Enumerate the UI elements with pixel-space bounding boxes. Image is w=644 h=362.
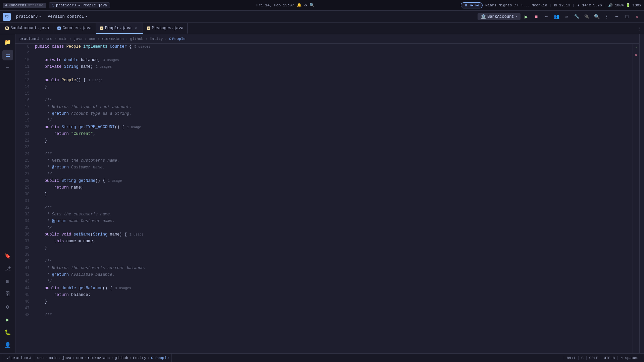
tab-messages[interactable]: C Messages.java [143, 23, 188, 34]
status-git[interactable]: ⎇ praticarJ [3, 354, 34, 362]
breadcrumb-com: com [89, 37, 95, 41]
linenum-30: 30 [18, 191, 30, 198]
next-icon[interactable]: ⏭ [476, 4, 479, 7]
maximize-btn[interactable]: □ [623, 12, 631, 21]
linenum-24: 24 [18, 151, 30, 158]
volume-icon: 🔊 [608, 3, 613, 7]
users-icon[interactable]: 👥 [552, 12, 561, 21]
tab-people[interactable]: C People.java ✕ [96, 23, 143, 34]
code-line-8: public class People implements Counter {… [35, 44, 630, 50]
sidebar-icon-structure[interactable]: ☰ [2, 50, 13, 60]
code-line-16: /** [35, 97, 630, 104]
git-icon: ⎇ [6, 356, 10, 360]
tab-close-people[interactable]: ✕ [133, 25, 139, 31]
statusbar: ⎇ praticarJ src › main › java › com › ri… [0, 353, 644, 362]
linenum-23: 23 [18, 144, 30, 151]
status-src: src [37, 356, 44, 360]
sidebar-icon-project[interactable]: 📁 [2, 37, 13, 48]
menu-right: 🏦 BankAccount ▾ ▶ ■ ⋯ 👥 ⇄ 🔧 🔌 🔍 ⋮ ─ □ ✕ [478, 12, 641, 21]
menu-dots-icon[interactable]: ⋮ [602, 12, 611, 21]
prev-icon[interactable]: ⏮ [470, 4, 474, 7]
sidebar-icon-database[interactable]: 🗄 [2, 289, 13, 300]
linenum-14: 14 [18, 84, 30, 91]
run-button[interactable]: ▶ [522, 12, 531, 21]
code-line-30: } [35, 191, 630, 198]
translate-icon[interactable]: ⇄ [562, 12, 571, 21]
linenum-40: 40 [18, 258, 30, 265]
sidebar-icon-run[interactable]: ▶ [2, 314, 13, 325]
search-icon[interactable]: 🔍 [309, 3, 314, 8]
temp-icon: 🌡 [577, 3, 580, 7]
sidebar-icon-terminal[interactable]: ⊞ [2, 276, 13, 287]
code-lines: public class People implements Counter {… [32, 44, 633, 353]
indent-label: 4 spaces [621, 356, 638, 360]
code-line-22: } [35, 138, 630, 144]
ram-label: 12.1% [559, 3, 570, 7]
status-encoding[interactable]: UTF-8 [601, 356, 618, 360]
code-line-38: } [35, 245, 630, 252]
linenum-22: 22 [18, 138, 30, 144]
linenum-15: 15 [18, 91, 30, 97]
code-line-31 [35, 198, 630, 205]
bell-icon[interactable]: 🔔 [297, 3, 302, 8]
tab-label-bankaccount: BankAccount.java [10, 26, 49, 31]
code-line-37: this.name = name; [35, 238, 630, 245]
more-menu-btn[interactable]: ⋯ [542, 12, 551, 21]
code-line-47 [35, 305, 630, 312]
tab-bankaccount[interactable]: C BankAccount.java [1, 23, 53, 34]
tab-more-btn[interactable]: ⋮ [634, 23, 644, 34]
git-status-icon: G [581, 356, 584, 360]
stop-button[interactable]: ■ [532, 12, 541, 21]
breadcrumb-github: github [130, 37, 144, 41]
music-pill[interactable]: ⏸ ⏮ ⏭ [461, 2, 483, 8]
status-github: github [115, 356, 128, 360]
project-label: praticarJ [16, 14, 38, 19]
battery-icon: 🔋 [626, 3, 631, 7]
komorebi-badge[interactable]: Komorebi Offline [3, 3, 46, 8]
sidebar-icon-bookmarks[interactable]: 🔖 [2, 251, 13, 261]
code-line-20: public String getTYPE_ACCOUNT() {1 usage [35, 124, 630, 131]
linenum-9: 9 [18, 50, 30, 57]
linenum-39: 39 [18, 252, 30, 258]
breadcrumb-java: java [73, 37, 82, 41]
linenum-28: 28 [18, 178, 30, 185]
status-line-ending[interactable]: CRLF [587, 356, 601, 360]
volume-label: 100% [615, 3, 624, 7]
linenum-10: 10 [18, 57, 30, 64]
sidebar-icon-dots[interactable]: ⋯ [2, 62, 13, 73]
sidebar-icon-debug[interactable]: 🐛 [2, 327, 13, 338]
code-line-29: return name; [35, 185, 630, 191]
sidebar-icon-settings[interactable]: ⚙ [2, 302, 13, 312]
line-ending-label: CRLF [589, 356, 598, 360]
right-panel [639, 34, 644, 353]
project-dropdown-btn[interactable]: 🏦 BankAccount ▾ [478, 13, 521, 20]
status-git-label[interactable]: G [579, 356, 587, 360]
linenum-32: 32 [18, 205, 30, 211]
tab-counter[interactable]: I Counter.java [53, 23, 96, 34]
tools-icon[interactable]: 🔧 [572, 12, 581, 21]
linenum-17: 17 [18, 104, 30, 111]
search-icon-2[interactable]: 🔍 [592, 12, 601, 21]
code-editor[interactable]: 8 9 10 11 12 13 14 15 16 17 18 19 20 21 … [15, 44, 639, 353]
komorebi-label: Komorebi [9, 3, 27, 7]
minimize-btn[interactable]: ─ [612, 12, 621, 21]
status-position[interactable]: 89:1 [564, 356, 579, 360]
plugin-icon[interactable]: 🔌 [582, 12, 591, 21]
monitor-icon: 🖥 [553, 3, 557, 7]
settings-icon[interactable]: ⚙ [304, 3, 307, 8]
status-icons: Miami Nights // T... NeonKid | 🖥 12.1% |… [485, 3, 641, 7]
linenum-16: 16 [18, 97, 30, 104]
tab-label-messages: Messages.java [152, 26, 184, 31]
project-menu[interactable]: praticarJ ▾ [13, 13, 44, 20]
gutter-check-green: ✓ [634, 45, 639, 50]
linenum-37: 37 [18, 238, 30, 245]
sidebar-icon-git[interactable]: ⎇ [2, 263, 13, 274]
code-container: praticarJ › src › main › java › com › ri… [15, 34, 639, 353]
status-indent[interactable]: 4 spaces [618, 356, 641, 360]
file-pill[interactable]: ⬡ praticarJ – People.java [49, 2, 110, 8]
vcs-menu[interactable]: Version control ▾ [45, 13, 90, 20]
linenum-46: 46 [18, 299, 30, 305]
close-btn[interactable]: ✕ [633, 12, 641, 21]
sidebar-icon-profile[interactable]: 👤 [2, 340, 13, 351]
topbar-left: Komorebi Offline ⬡ praticarJ – People.ja… [3, 2, 110, 8]
